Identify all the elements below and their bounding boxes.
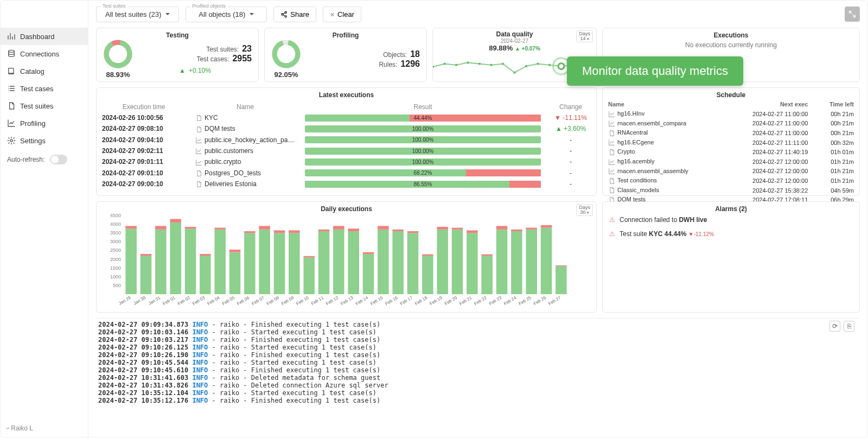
svg-text:Feb 13: Feb 13 [340,295,355,307]
svg-text:Feb 09: Feb 09 [280,295,295,307]
table-row[interactable]: 2024-02-27 09:01:11public.crypto100.00%- [98,157,595,167]
alarm-item[interactable]: ⚠Test suite KYC 44.44% ▼-11.12% [603,227,859,241]
sidebar-item-profiling[interactable]: Profiling [1,115,88,132]
log-line: 2024-02-27 09:10:26.190 INFO - raiko - F… [98,351,858,359]
test-suites-filter[interactable]: Test suites All test suites (23) [96,7,179,22]
log-copy-button[interactable]: ⎘ [844,321,854,332]
sidebar-item-label: Settings [20,137,46,145]
log-line: 2024-02-27 09:09:34.873 INFO - raiko - F… [98,321,858,328]
chart-icon [608,120,615,127]
table-row[interactable]: 2024-02-26 10:00:56KYC44.44%▼ -11.11% [98,113,595,123]
clear-button[interactable]: Clear [323,7,361,22]
table-row[interactable]: hg16.ECgene2024-02-27 11:11:0000h 32m [604,138,858,147]
sidebar: DashboardConnectionsCatalogTest casesTes… [1,1,88,437]
user-footer[interactable]: › Raiko L [1,419,88,437]
svg-rect-47 [185,227,196,228]
log-line: 2024-02-27 09:10:45.610 INFO - raiko - F… [98,366,858,374]
doc-icon [195,115,202,122]
svg-rect-116 [526,228,537,230]
svg-rect-83 [363,252,374,254]
table-row[interactable]: hg16.acembly2024-02-27 12:00:0001h 21m [604,157,858,166]
svg-rect-53 [214,228,226,230]
sidebar-item-label: Connections [20,50,59,58]
doc-icon [608,130,615,137]
sidebar-item-connections[interactable]: Connections [1,45,88,62]
table-row[interactable]: rnacen.ensembl_compara2024-02-27 11:00:0… [604,119,858,128]
sidebar-item-dashboard[interactable]: Dashboard [1,28,88,45]
daily-executions-card: Days 30 ▾ Daily executions 5001000150020… [96,201,597,313]
table-row[interactable]: 2024-02-27 09:04:10public.ice_hockey_act… [98,135,595,145]
sidebar-item-settings[interactable]: Settings [1,132,88,149]
table-row[interactable]: hg16.HInv2024-02-27 11:00:0000h 21m [604,110,858,118]
svg-rect-79 [348,231,359,294]
sidebar-item-label: Catalog [20,67,44,75]
svg-rect-122 [556,265,567,266]
svg-rect-73 [318,231,330,294]
filter-legend: Profiled objects [190,3,227,9]
filter-legend: Test suites [101,3,127,9]
sidebar-item-test-suites[interactable]: Test suites [1,97,88,115]
card-title: Profiling [265,28,426,39]
latest-executions-table: Execution time Name Result Change 2024-0… [97,101,596,190]
filter-value: All test suites (23) [105,10,170,18]
days-selector[interactable]: Days 30 ▾ [576,204,593,216]
sidebar-item-catalog[interactable]: Catalog [1,62,88,80]
svg-rect-104 [467,230,478,233]
testing-pct: 88.93% [103,71,133,79]
log-refresh-button[interactable]: ⟳ [829,321,840,332]
log-panel: ⟳ ⎘ 2024-02-27 09:09:34.873 INFO - raiko… [96,318,860,407]
svg-rect-77 [333,226,344,229]
svg-text:Feb 11: Feb 11 [310,295,325,307]
profiling-pct: 92.05% [271,71,301,79]
svg-point-3 [282,13,283,15]
svg-rect-34 [125,228,137,294]
card-title: Alarms (2) [603,202,859,213]
alarm-item[interactable]: ⚠Connection failed to DWH live [603,213,859,227]
chart-icon [608,139,615,146]
sidebar-item-test-cases[interactable]: Test cases [1,80,88,97]
profiled-objects-filter[interactable]: Profiled objects All objects (18) [186,7,267,22]
svg-rect-112 [511,231,522,294]
fullscreen-button[interactable] [845,7,860,22]
share-button[interactable]: Share [273,7,316,22]
svg-rect-89 [392,230,404,231]
col-header: Name [604,100,724,109]
table-row[interactable]: 2024-02-27 09:02:11public.customers100.0… [98,146,595,156]
svg-rect-46 [185,228,196,294]
table-row[interactable]: Crypto2024-02-27 11:40:1901h 01m [604,148,858,156]
days-selector[interactable]: Days 14 ▾ [576,30,593,42]
svg-text:Feb 12: Feb 12 [325,295,340,307]
table-row[interactable]: 2024-02-27 09:00:10Deliveries Estonia86.… [98,179,595,189]
close-icon [330,10,335,18]
svg-text:500: 500 [113,283,121,288]
svg-point-19 [548,64,551,66]
daily-executions-chart: 50010001500200025003000350040004500Jan 2… [102,213,574,310]
doc-icon [608,187,615,194]
table-row[interactable]: 2024-02-27 09:08:10DQM tests100.00%▲ +3.… [98,124,595,134]
doc-icon [195,181,202,188]
svg-text:Feb 06: Feb 06 [236,295,251,307]
svg-text:Feb 15: Feb 15 [369,295,384,307]
table-row[interactable]: 2024-02-27 09:01:10Postgres_DO_tests68.2… [98,168,595,178]
bars-icon [7,32,16,41]
table-row[interactable]: Classic_models2024-02-27 15:38:2204h 59m [604,186,858,195]
table-row[interactable]: rnacen.ensembl_assembly2024-02-27 12:00:… [604,167,858,176]
svg-rect-91 [407,233,419,294]
svg-rect-107 [481,255,493,256]
log-line: 2024-02-27 10:35:12.104 INFO - raiko - S… [98,389,858,397]
card-title: Testing [97,28,258,39]
testing-card[interactable]: Testing 88.93% Test suites: 23 Test case… [96,28,259,82]
svg-point-0 [9,50,15,52]
log-line: 2024-02-27 10:35:12.176 INFO - raiko - F… [98,397,858,404]
svg-rect-94 [422,256,433,294]
auto-refresh-toggle[interactable] [50,155,67,164]
doc-icon [195,126,202,133]
svg-rect-67 [289,233,300,294]
profiling-card[interactable]: Profiling 92.05% Objects: 18 Rules: 1296 [264,28,427,82]
table-row[interactable]: Test conditions2024-02-27 12:00:0001h 21… [604,176,858,185]
svg-text:Feb 02: Feb 02 [177,295,192,307]
svg-point-14 [490,64,492,66]
svg-text:Feb 14: Feb 14 [355,295,369,307]
table-row[interactable]: RNAcentral2024-02-27 11:00:0000h 21m [604,129,858,137]
svg-rect-88 [392,231,404,294]
